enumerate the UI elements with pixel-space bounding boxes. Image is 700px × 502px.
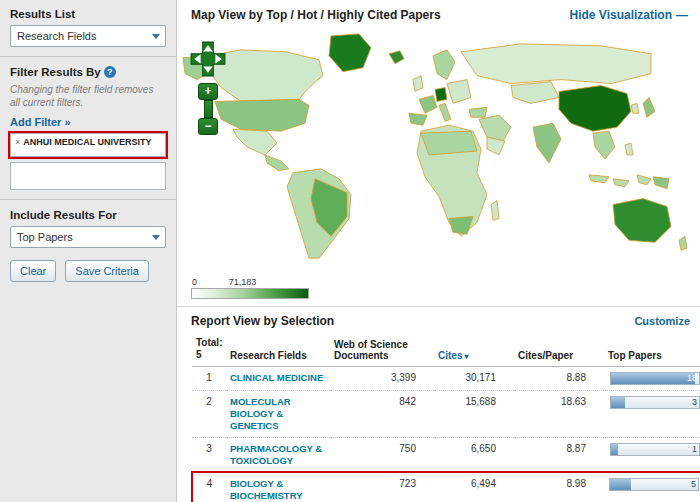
zoom-out-button[interactable]: − <box>198 118 218 135</box>
map-zoom-controls: + − <box>189 40 227 135</box>
top-papers-count: 3 <box>692 397 697 408</box>
active-filter-label: ANHUI MEDICAL UNIVERSITY <box>23 137 151 147</box>
zoom-slider: + − <box>198 83 218 135</box>
filter-title: Filter Results By? <box>10 66 166 78</box>
cites-per-paper-value: 18.63 <box>514 391 604 438</box>
docs-value: 750 <box>330 437 434 472</box>
total-count: Total: 5 <box>192 335 226 367</box>
esi-map-screen: Results List Research Fields Filter Resu… <box>0 0 700 502</box>
table-row: 2 MOLECULAR BIOLOGY & GENETICS 842 15,68… <box>192 391 700 438</box>
table-row: 1 CLINICAL MEDICINE 3,399 30,171 8.88 18 <box>192 367 700 391</box>
cites-value: 15,688 <box>434 391 514 438</box>
sidebar-divider <box>0 199 176 200</box>
column-header-top-papers[interactable]: Top Papers <box>604 335 700 367</box>
column-header-cites[interactable]: Cites▾ <box>434 335 514 367</box>
help-icon[interactable]: ? <box>104 66 116 78</box>
docs-value: 842 <box>330 391 434 438</box>
docs-value: 723 <box>330 472 434 502</box>
report-header: Report View by Selection Customize <box>191 314 690 328</box>
map-header: Map View by Top / Hot / Highly Cited Pap… <box>177 0 700 26</box>
column-header-cites-per-paper[interactable]: Cites/Paper <box>514 335 604 367</box>
bar-fill <box>611 373 695 384</box>
legend-labels: 0 71,183 <box>191 277 309 288</box>
cites-value: 6,494 <box>434 472 514 502</box>
field-link[interactable]: CLINICAL MEDICINE <box>230 372 324 384</box>
top-papers-bar[interactable]: 3 <box>610 396 700 409</box>
map-countries <box>183 34 687 258</box>
row-rank: 4 <box>192 472 226 502</box>
legend-max: 71,183 <box>229 277 257 287</box>
row-rank: 2 <box>192 391 226 438</box>
top-papers-count: 5 <box>691 479 696 490</box>
field-link[interactable]: BIOLOGY & BIOCHEMISTRY <box>230 478 324 502</box>
remove-filter-icon[interactable]: × <box>15 137 20 147</box>
column-header-research-fields[interactable]: Research Fields <box>226 335 330 367</box>
include-results-value: Top Papers <box>17 231 73 243</box>
sidebar: Results List Research Fields Filter Resu… <box>0 0 177 502</box>
world-map-area: + − <box>181 28 696 274</box>
report-section: Report View by Selection Customize Total… <box>177 306 700 502</box>
row-rank: 3 <box>192 437 226 472</box>
pan-control[interactable] <box>189 40 227 78</box>
save-criteria-button[interactable]: Save Criteria <box>65 260 149 282</box>
cites-value: 6,650 <box>434 437 514 472</box>
docs-value: 3,399 <box>330 367 434 391</box>
row-rank: 1 <box>192 367 226 391</box>
bar-fill <box>611 444 618 455</box>
results-list-value: Research Fields <box>17 30 96 42</box>
legend-min: 0 <box>192 277 197 287</box>
column-header-wos-documents[interactable]: Web of Science Documents <box>330 335 434 367</box>
cites-per-paper-value: 8.98 <box>514 472 604 502</box>
include-results-title: Include Results For <box>10 209 166 221</box>
cites-per-paper-value: 8.87 <box>514 437 604 472</box>
chevron-down-icon <box>152 34 160 39</box>
table-row-highlighted: 4 BIOLOGY & BIOCHEMISTRY 723 6,494 8.98 … <box>192 472 700 502</box>
bar-fill <box>610 479 631 490</box>
main-panel: Map View by Top / Hot / Highly Cited Pap… <box>177 0 700 502</box>
legend-gradient-bar <box>191 288 309 299</box>
cites-per-paper-value: 8.88 <box>514 367 604 391</box>
add-filter-link[interactable]: Add Filter » <box>10 116 71 128</box>
bar-fill <box>611 397 625 408</box>
sort-desc-icon: ▾ <box>464 352 468 361</box>
customize-link[interactable]: Customize <box>634 315 690 327</box>
table-row: 3 PHARMACOLOGY & TOXICOLOGY 750 6,650 8.… <box>192 437 700 472</box>
top-papers-count: 18 <box>687 373 697 384</box>
map-legend: 0 71,183 <box>191 277 309 299</box>
report-table: Total: 5 Research Fields Web of Science … <box>191 335 700 502</box>
chevron-down-icon <box>152 235 160 240</box>
cites-value: 30,171 <box>434 367 514 391</box>
map-title: Map View by Top / Hot / Highly Cited Pap… <box>191 8 441 22</box>
zoom-in-button[interactable]: + <box>198 83 218 100</box>
world-map[interactable] <box>181 28 696 274</box>
top-papers-bar[interactable]: 5 <box>609 478 699 491</box>
field-link[interactable]: PHARMACOLOGY & TOXICOLOGY <box>230 443 324 467</box>
minimize-icon: — <box>676 8 688 22</box>
field-link[interactable]: MOLECULAR BIOLOGY & GENETICS <box>230 396 324 432</box>
top-papers-count: 1 <box>692 444 697 455</box>
zoom-track[interactable] <box>204 100 213 118</box>
report-title: Report View by Selection <box>191 314 334 328</box>
filter-note: Changing the filter field removes all cu… <box>10 83 166 109</box>
results-list-title: Results List <box>10 8 166 20</box>
filter-list-box[interactable] <box>10 162 166 190</box>
sidebar-buttons: Clear Save Criteria <box>10 260 166 282</box>
top-papers-bar[interactable]: 1 <box>610 443 700 456</box>
sidebar-divider <box>0 56 176 57</box>
include-results-select[interactable]: Top Papers <box>10 226 166 248</box>
hide-visualization-link[interactable]: Hide Visualization— <box>570 8 688 22</box>
clear-button[interactable]: Clear <box>10 260 56 282</box>
top-papers-bar[interactable]: 18 <box>610 372 700 385</box>
table-header-row: Total: 5 Research Fields Web of Science … <box>192 335 700 367</box>
active-filter-item[interactable]: ×ANHUI MEDICAL UNIVERSITY <box>10 133 166 157</box>
results-list-select[interactable]: Research Fields <box>10 25 166 47</box>
